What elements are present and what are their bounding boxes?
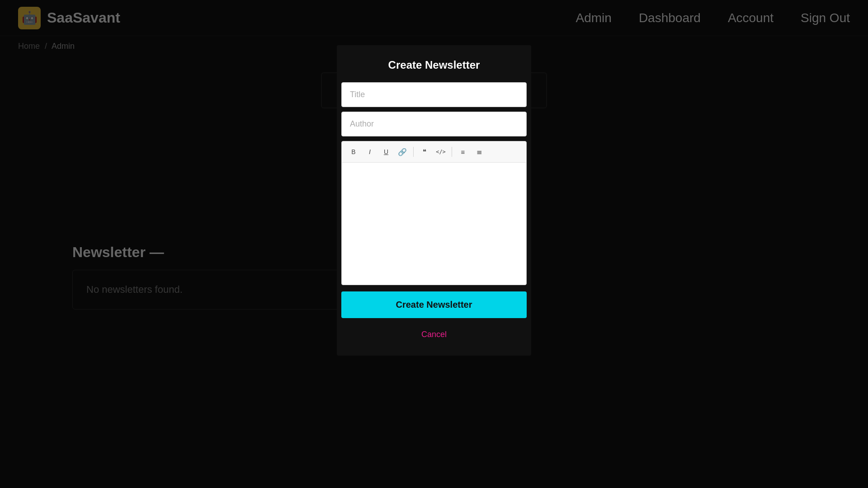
title-input[interactable]	[341, 82, 527, 107]
editor-content-area[interactable]	[342, 163, 526, 285]
rich-text-editor: B I U 🔗 ❝ </> ≡ ≣	[341, 141, 527, 285]
toolbar-sep-2	[452, 147, 452, 157]
cancel-button[interactable]: Cancel	[341, 323, 527, 347]
link-button[interactable]: 🔗	[395, 145, 410, 159]
code-button[interactable]: </>	[434, 145, 448, 159]
create-newsletter-modal: Create Newsletter B I U 🔗 ❝ </> ≡ ≣	[337, 45, 531, 356]
modal-body: B I U 🔗 ❝ </> ≡ ≣ Create Newsletter Canc…	[337, 82, 531, 347]
modal-overlay: Create Newsletter B I U 🔗 ❝ </> ≡ ≣	[0, 0, 868, 488]
author-input[interactable]	[341, 112, 527, 136]
toolbar-sep-1	[413, 147, 414, 157]
bold-button[interactable]: B	[346, 145, 361, 159]
underline-button[interactable]: U	[379, 145, 393, 159]
ordered-list-button[interactable]: ≣	[472, 145, 486, 159]
editor-toolbar: B I U 🔗 ❝ </> ≡ ≣	[342, 141, 526, 163]
unordered-list-button[interactable]: ≡	[456, 145, 470, 159]
modal-title: Create Newsletter	[337, 59, 531, 71]
italic-button[interactable]: I	[363, 145, 377, 159]
blockquote-button[interactable]: ❝	[417, 145, 432, 159]
create-newsletter-button[interactable]: Create Newsletter	[341, 291, 527, 318]
